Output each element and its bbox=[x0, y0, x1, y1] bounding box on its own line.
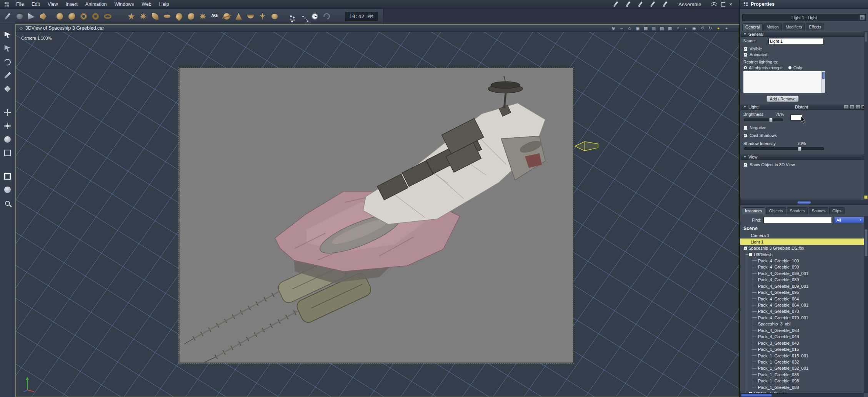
key-add-icon[interactable]: □ bbox=[855, 105, 860, 109]
brush-axe-tool-icon[interactable] bbox=[38, 11, 48, 22]
tree-item-pack-3-greeble-043[interactable]: Pack_3_Greeble_043 bbox=[740, 340, 864, 346]
tree-item-pack-1-greeble-032-001[interactable]: Pack_1_Greeble_032_001 bbox=[740, 365, 864, 371]
eye-icon[interactable] bbox=[711, 2, 717, 6]
splitter-handle[interactable] bbox=[797, 201, 811, 204]
cast-shadows-checkbox[interactable]: ✓ bbox=[743, 133, 748, 138]
insert-torus-icon[interactable] bbox=[102, 11, 113, 22]
dolly-camera-tool-icon[interactable] bbox=[2, 147, 13, 158]
layout-four-pane-icon[interactable]: ▦ bbox=[667, 25, 673, 31]
section-light[interactable]: ▼ Light: Distant ≈▤□▣ bbox=[741, 104, 867, 110]
find-input[interactable] bbox=[763, 217, 832, 223]
brightness-slider[interactable] bbox=[744, 118, 783, 121]
insert-splat-icon[interactable] bbox=[138, 11, 148, 22]
pan-view-tool-icon[interactable] bbox=[2, 184, 13, 195]
tree-item-pack-4-greeble-049[interactable]: Pack_4_Greeble_049 bbox=[740, 334, 864, 340]
room-texture-icon[interactable] bbox=[637, 1, 644, 8]
insert-text-icon[interactable] bbox=[114, 11, 125, 22]
knife-tool-icon[interactable] bbox=[2, 70, 13, 81]
tree-item-pack-1-greeble-098[interactable]: Pack_1_Greeble_098 bbox=[740, 378, 864, 384]
tab-general[interactable]: General bbox=[742, 23, 763, 30]
layout-two-pane-icon[interactable]: ▥ bbox=[651, 25, 657, 31]
panel-collapse-button[interactable]: ▸ bbox=[860, 15, 865, 20]
maximize-icon[interactable] bbox=[721, 2, 725, 7]
close-icon[interactable]: × bbox=[729, 2, 732, 7]
visible-checkbox[interactable]: ✓ bbox=[743, 47, 748, 51]
orbit-cw-icon[interactable]: ↻ bbox=[707, 25, 713, 31]
insert-star-icon[interactable] bbox=[126, 11, 137, 22]
tab-effects[interactable]: Effects bbox=[806, 23, 824, 30]
tree-item-pack-1-greeble-015-001[interactable]: Pack_1_Greeble_015_001 bbox=[740, 352, 864, 359]
tree-item-pack-4-greeble-100[interactable]: Pack_4_Greeble_100 bbox=[740, 258, 864, 264]
tree-item-pack-4-greeble-064-001[interactable]: Pack_4_Greeble_064_001 bbox=[740, 302, 864, 308]
add-remove-button[interactable]: Add / Remove bbox=[766, 95, 799, 102]
insert-leaf-icon[interactable] bbox=[150, 11, 160, 22]
layout-single-icon[interactable]: ▩ bbox=[643, 25, 649, 31]
eyedropper-tool-icon[interactable] bbox=[2, 83, 13, 94]
menu-insert[interactable]: Insert bbox=[62, 0, 82, 8]
light-color-swatch[interactable] bbox=[790, 114, 802, 120]
insert-drop-icon[interactable] bbox=[174, 11, 184, 22]
track-icon[interactable]: ⊕ bbox=[610, 25, 616, 31]
tree-item-spaceship-3-greebled-ds-fbx[interactable]: -Spaceship 3 Greebled DS.fbx bbox=[740, 245, 864, 251]
tab-modifiers[interactable]: Modifiers bbox=[783, 23, 805, 30]
insert-hook-icon[interactable] bbox=[322, 11, 332, 22]
orbit-camera-tool-icon[interactable] bbox=[2, 134, 13, 145]
tab-instances[interactable]: Instances bbox=[742, 207, 765, 214]
menu-web[interactable]: Web bbox=[138, 0, 155, 8]
panel-splitter[interactable] bbox=[740, 200, 868, 205]
insert-spiky-icon[interactable] bbox=[198, 11, 208, 22]
tree-expander-icon[interactable]: - bbox=[743, 246, 747, 250]
tab-shaders[interactable]: Shaders bbox=[787, 207, 808, 214]
menu-view[interactable]: View bbox=[44, 0, 62, 8]
select-tool-icon[interactable] bbox=[2, 30, 13, 40]
menu-edit[interactable]: Edit bbox=[28, 0, 44, 8]
tree-item-pack-4-greeble-070[interactable]: Pack_4_Greeble_070 bbox=[740, 308, 864, 314]
menu-help[interactable]: Help bbox=[155, 0, 173, 8]
tree-expander-icon[interactable]: - bbox=[749, 253, 753, 257]
tree-item-u3dmesh[interactable]: -U3DMesh bbox=[740, 251, 864, 257]
tree-item-pack-4-greeble-070-001[interactable]: Pack_4_Greeble_070_001 bbox=[740, 315, 864, 321]
shade-textured-icon[interactable]: ◉ bbox=[691, 25, 697, 31]
tree-item-u3dmesh-shape[interactable]: +U3DMesh Shape bbox=[740, 390, 864, 393]
room-model-icon[interactable] bbox=[625, 1, 631, 8]
tree-item-pack-4-greeble-099[interactable]: Pack_4_Greeble_099 bbox=[740, 264, 864, 270]
name-input[interactable] bbox=[768, 38, 824, 44]
insert-particles-icon[interactable] bbox=[286, 11, 296, 22]
room-render-icon[interactable] bbox=[661, 1, 668, 8]
zoom-area-tool-icon[interactable] bbox=[2, 171, 13, 182]
tree-scrollbar[interactable] bbox=[864, 216, 868, 393]
move-camera-tool-icon[interactable] bbox=[2, 107, 13, 118]
screen-icon[interactable]: ▣ bbox=[635, 25, 641, 31]
key-prev-icon[interactable]: ▤ bbox=[850, 105, 855, 109]
room-assemble-icon[interactable] bbox=[612, 1, 619, 8]
insert-hand-icon[interactable] bbox=[269, 11, 280, 22]
tree-item-pack-4-greeble-063[interactable]: Pack_4_Greeble_063 bbox=[740, 327, 864, 334]
insert-saturn-icon[interactable] bbox=[222, 11, 232, 22]
layout-three-pane-icon[interactable]: ▤ bbox=[659, 25, 665, 31]
edit-pen-tool-icon[interactable] bbox=[2, 11, 13, 22]
shade-bbox-icon[interactable]: ○ bbox=[675, 25, 681, 31]
animate-toggle-icon[interactable]: ≈ bbox=[844, 105, 849, 109]
section-general[interactable]: ▼ General bbox=[741, 31, 867, 37]
light-preview-icon[interactable]: ● bbox=[715, 25, 721, 31]
tree-item-pack-1-greeble-086[interactable]: Pack_1_Greeble_086 bbox=[740, 372, 864, 378]
light-type-value[interactable]: Distant bbox=[795, 105, 808, 109]
insert-rounded-blob-icon[interactable] bbox=[186, 11, 196, 22]
shadow-preview-icon[interactable]: ● bbox=[723, 25, 730, 31]
tree-item-spaceship-3-obj[interactable]: Spaceship_3_obj bbox=[740, 321, 864, 327]
tree-item-pack-1-greeble-015[interactable]: Pack_1_Greeble_015 bbox=[740, 346, 864, 352]
menu-windows[interactable]: Windows bbox=[110, 0, 138, 8]
tab-sounds[interactable]: Sounds bbox=[809, 207, 829, 214]
panel-resize-grip[interactable] bbox=[864, 195, 868, 199]
insert-disc-icon[interactable] bbox=[162, 11, 172, 22]
distant-light-gizmo[interactable] bbox=[575, 140, 599, 152]
shadow-intensity-slider[interactable] bbox=[744, 147, 824, 150]
rotate-tool-icon[interactable] bbox=[2, 57, 13, 67]
tab-clips[interactable]: Clips bbox=[829, 207, 844, 214]
insert-blob-icon[interactable] bbox=[67, 11, 77, 22]
orbit-ccw-icon[interactable]: ↺ bbox=[699, 25, 705, 31]
direct-select-tool-icon[interactable] bbox=[2, 43, 13, 54]
menu-animation[interactable]: Animation bbox=[82, 0, 111, 8]
aspect-icon[interactable]: ◇ bbox=[626, 25, 633, 31]
link-icon[interactable]: ∞ bbox=[618, 25, 625, 31]
